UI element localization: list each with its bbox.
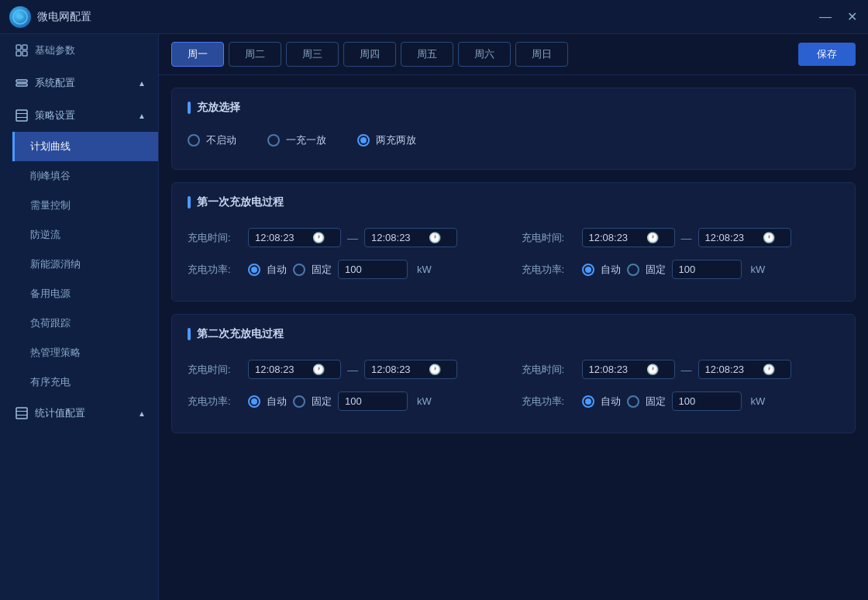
second-right-time-start-wrap[interactable]: 🕐: [582, 360, 675, 379]
second-left-power-input[interactable]: [345, 395, 391, 407]
first-left-time-start-input[interactable]: [255, 232, 309, 243]
first-left-time-row: 充电时间: 🕐 — 🕐: [188, 228, 506, 247]
first-right-time-start-wrap[interactable]: 🕐: [582, 228, 675, 247]
table-icon-2: [15, 406, 29, 420]
second-left-power-wrap[interactable]: [338, 391, 408, 411]
tab-friday[interactable]: 周五: [401, 42, 453, 67]
second-left-fixed-radio[interactable]: 固定: [293, 395, 332, 409]
second-process-left: 充电时间: 🕐 — 🕐 充电功率:: [188, 360, 506, 411]
clock-icon-3: 🕐: [646, 232, 659, 243]
minimize-button[interactable]: —: [818, 10, 832, 24]
second-left-time-start-input[interactable]: [255, 364, 309, 375]
first-right-time-end-wrap[interactable]: 🕐: [698, 228, 791, 247]
second-right-auto-radio[interactable]: 自动: [582, 395, 621, 409]
first-right-time-end-input[interactable]: [705, 232, 760, 243]
tab-sunday[interactable]: 周日: [515, 42, 568, 67]
first-right-power-label: 充电功率:: [522, 263, 576, 277]
second-left-auto-radio[interactable]: 自动: [248, 395, 287, 409]
dash-sep-3: —: [347, 364, 358, 376]
clock-icon-2: 🕐: [429, 232, 441, 243]
radio-one[interactable]: 一充一放: [267, 133, 326, 147]
sidebar-item-basic-params[interactable]: 基础参数: [0, 34, 158, 67]
first-left-power-wrap[interactable]: [338, 260, 408, 279]
second-left-time-end-wrap[interactable]: 🕐: [364, 360, 457, 379]
radio-circle-one: [267, 134, 280, 147]
sidebar-item-load-tracking[interactable]: 负荷跟踪: [12, 309, 158, 338]
sidebar-label-plan-curve: 计划曲线: [30, 140, 71, 153]
sidebar-item-stats-config[interactable]: 统计值配置 ▲: [0, 397, 158, 429]
first-left-unit: kW: [417, 264, 432, 275]
sidebar-label-demand-control: 需量控制: [30, 198, 71, 212]
radio-label-off: 不启动: [206, 133, 236, 147]
dash-sep-1: —: [347, 232, 358, 244]
save-button[interactable]: 保存: [798, 43, 856, 66]
sidebar-item-anti-backflow[interactable]: 防逆流: [12, 220, 158, 250]
radio-label-fixed-1: 固定: [312, 263, 332, 277]
sidebar-item-ordered-charge[interactable]: 有序充电: [12, 367, 158, 397]
first-right-power-input[interactable]: [679, 264, 725, 275]
radio-circle-fixed-4: [627, 395, 639, 408]
first-left-time-start-wrap[interactable]: 🕐: [248, 228, 341, 247]
sidebar-item-plan-curve[interactable]: 计划曲线: [12, 132, 158, 161]
radio-off[interactable]: 不启动: [188, 133, 236, 147]
clock-icon-8: 🕐: [763, 364, 775, 375]
svg-rect-5: [16, 80, 27, 82]
first-left-time-label: 充电时间:: [188, 231, 242, 245]
tab-wednesday[interactable]: 周三: [286, 42, 339, 67]
second-right-time-end-input[interactable]: [705, 364, 760, 375]
radio-label-auto-4: 自动: [601, 395, 621, 409]
radio-circle-auto-4: [582, 395, 594, 408]
tab-saturday[interactable]: 周六: [458, 42, 511, 67]
radio-two[interactable]: 两充两放: [357, 133, 416, 147]
tab-monday[interactable]: 周一: [171, 42, 224, 67]
first-left-time-end-wrap[interactable]: 🕐: [364, 228, 457, 247]
first-right-power-wrap[interactable]: [672, 260, 742, 279]
tabs-bar: 周一 周二 周三 周四 周五 周六 周日 保存: [159, 34, 868, 75]
first-left-auto-radio[interactable]: 自动: [248, 263, 287, 277]
second-right-power-input[interactable]: [679, 395, 725, 407]
second-right-time-end-wrap[interactable]: 🕐: [698, 360, 791, 379]
second-left-time-end-input[interactable]: [371, 364, 425, 375]
tab-tuesday[interactable]: 周二: [229, 42, 281, 67]
sidebar-item-system-config[interactable]: 系统配置 ▲: [0, 67, 158, 99]
tab-thursday[interactable]: 周四: [343, 42, 396, 67]
second-process-right: 充电时间: 🕐 — 🕐 充电功率:: [522, 360, 840, 411]
radio-label-fixed-3: 固定: [312, 395, 332, 409]
radio-label-two: 两充两放: [376, 133, 416, 147]
sidebar-item-thermal-mgmt[interactable]: 热管理策略: [12, 338, 158, 367]
second-right-fixed-radio[interactable]: 固定: [627, 395, 666, 409]
second-left-time-label: 充电时间:: [188, 363, 242, 377]
second-left-time-row: 充电时间: 🕐 — 🕐: [188, 360, 506, 379]
sidebar-item-backup-power[interactable]: 备用电源: [12, 279, 158, 309]
first-right-time-start-input[interactable]: [589, 232, 643, 243]
clock-icon-7: 🕐: [646, 364, 659, 375]
clock-icon-4: 🕐: [763, 232, 775, 243]
first-right-unit: kW: [751, 264, 766, 275]
sidebar-label-thermal-mgmt: 热管理策略: [30, 346, 81, 360]
first-process-section: 第一次充放电过程 充电时间: 🕐 —: [171, 182, 856, 302]
first-right-power-row: 充电功率: 自动 固定 k: [522, 260, 840, 279]
sidebar: 基础参数 系统配置 ▲ 策略设置 ▲: [0, 34, 159, 600]
sidebar-label-strategy-settings: 策略设置: [35, 109, 75, 122]
sidebar-item-new-energy[interactable]: 新能源消纳: [12, 250, 158, 279]
second-left-time-start-wrap[interactable]: 🕐: [248, 360, 341, 379]
sidebar-label-stats-config: 统计值配置: [35, 406, 85, 420]
second-right-power-wrap[interactable]: [672, 391, 742, 411]
second-right-time-label: 充电时间:: [522, 363, 576, 377]
first-right-auto-radio[interactable]: 自动: [582, 263, 621, 277]
clock-icon-6: 🕐: [429, 364, 441, 375]
first-left-power-row: 充电功率: 自动 固定 k: [188, 260, 506, 279]
sidebar-item-demand-control[interactable]: 需量控制: [12, 191, 158, 220]
first-left-fixed-radio[interactable]: 固定: [293, 263, 332, 277]
second-right-time-start-input[interactable]: [589, 364, 643, 375]
sidebar-label-new-energy: 新能源消纳: [30, 257, 81, 271]
sidebar-item-peak-fill[interactable]: 削峰填谷: [12, 161, 158, 191]
first-right-fixed-radio[interactable]: 固定: [627, 263, 666, 277]
first-left-power-input[interactable]: [345, 264, 391, 275]
radio-label-auto-3: 自动: [267, 395, 287, 409]
close-button[interactable]: ✕: [845, 10, 859, 24]
first-process-right: 充电时间: 🕐 — 🕐 充电功率:: [522, 228, 840, 279]
first-left-time-end-input[interactable]: [371, 232, 425, 243]
sidebar-label-peak-fill: 削峰填谷: [30, 169, 71, 183]
sidebar-item-strategy-settings[interactable]: 策略设置 ▲: [0, 99, 158, 132]
